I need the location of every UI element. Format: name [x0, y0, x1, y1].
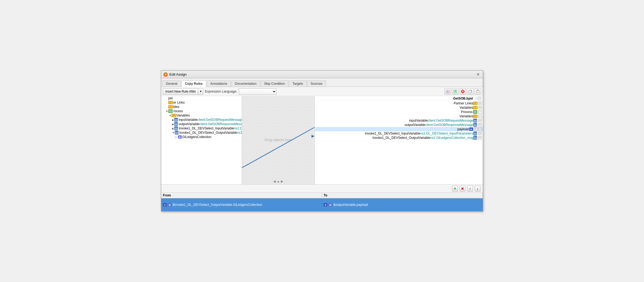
right-panel-file: GetSOB.bpel — [453, 97, 473, 100]
right-tree-invoke-output[interactable]: Invoke1_DL_DEVSelect_OutputVariable ns1:… — [315, 136, 483, 140]
expand-gl-ledgers[interactable]: ± — [175, 136, 178, 139]
tree-item-invoke-input-type: ns1:DL_DEVSelect_inputParameters — [234, 126, 242, 130]
expand-variables[interactable]: ▼ — [169, 114, 172, 117]
expand-input-var[interactable]: ▶ — [172, 118, 174, 121]
tree-item-process-label: rocess — [173, 109, 183, 113]
tab-general[interactable]: General — [162, 80, 181, 87]
tree-item-variables[interactable]: ▼ Variables — [161, 113, 242, 118]
svg-text:+: + — [454, 90, 456, 93]
tab-sources[interactable]: Sources — [307, 80, 326, 87]
output-var-icon: {x} — [174, 122, 178, 126]
nav-up-icon[interactable]: ▲ — [277, 179, 280, 183]
right-output-var-icon: {x} — [473, 123, 477, 127]
tree-item-partner-links[interactable]: er Links — [161, 100, 242, 105]
invoke-input-icon: {x} — [174, 126, 178, 130]
expand-output-var[interactable]: ▶ — [172, 123, 174, 126]
right-variables-expand[interactable]: + — [478, 106, 482, 109]
mapping-to-cell[interactable]: ■ ▦ $outputVariable.payload — [322, 202, 483, 207]
tabs-bar: General Copy Rules Annotations Documenta… — [161, 78, 483, 87]
move-down-button[interactable]: ↓ — [475, 186, 481, 192]
right-input-var-expand[interactable]: + — [478, 119, 482, 122]
right-invoke-input-expand[interactable]: + — [478, 132, 482, 135]
tree-item-variables-top-label: bles — [173, 105, 179, 109]
right-tree-output-var[interactable]: outputVariable client:GetSOBResponseMess… — [315, 123, 483, 127]
copy-rule-button[interactable] — [467, 88, 474, 95]
expand-invoke-input[interactable]: ▶ — [172, 127, 174, 130]
right-partner-links-expand[interactable]: + — [478, 102, 482, 105]
nav-right-icon[interactable]: ▶ — [281, 179, 283, 183]
delete-mapping-button[interactable]: ✖ — [460, 186, 466, 192]
tree-item-input-var[interactable]: ▶ {x} inputVariable client:GetSOBRequest… — [161, 118, 242, 122]
right-tree-input-var[interactable]: inputVariable client:GetSOBRequestMessag… — [315, 118, 483, 123]
nav-left-icon[interactable]: ◀ — [273, 179, 276, 183]
right-invoke-output-expand[interactable]: + — [478, 136, 482, 139]
calc-icon-button[interactable]: fx — [444, 88, 451, 95]
close-button[interactable]: ✕ — [475, 72, 481, 77]
tree-item-variables-label: Variables — [177, 114, 190, 117]
center-panel: Drag objects here ◀ ▶ ◀ ▲ ▶ — [242, 96, 315, 184]
expand-process[interactable]: ▼ — [166, 110, 168, 113]
tab-annotations[interactable]: Annotations — [207, 80, 231, 87]
add-rule-button[interactable]: + — [452, 88, 458, 95]
tree-item-invoke-input-label: Invoke1_DL_DEVSelect_InputVariable — [179, 126, 234, 130]
right-variables-folder-label: Variables — [460, 114, 473, 118]
mapping-to-value: $outputVariable.payload — [333, 203, 368, 207]
tree-item-output-var-label: outputVariable — [179, 122, 200, 126]
title-bar: ⊕ Edit Assign ✕ — [161, 71, 483, 78]
tree-item-partner-links-label: er Links — [173, 101, 185, 104]
tree-item-pel[interactable]: pel — [161, 96, 242, 100]
tab-copy-rules[interactable]: Copy Rules — [181, 80, 206, 87]
center-bg — [242, 96, 314, 184]
delete-icon: ✖ — [461, 186, 464, 191]
tab-skip-condition[interactable]: Skip Condition — [261, 80, 288, 87]
right-variables-folder-expand[interactable]: − — [478, 115, 482, 118]
tree-item-input-var-type: client:GetSOBRequestMessage — [197, 118, 242, 122]
mapping-from-cell[interactable]: ■ ▦ $Invoke1_DL_DEVSelect_OutputVariable… — [161, 202, 322, 207]
mapping-header: From To — [161, 193, 483, 198]
toolbar: Insert New Rule After ▼ Expression Langu… — [161, 87, 483, 96]
delete-rule-button[interactable]: ✕ — [460, 88, 466, 95]
insert-rule-button[interactable]: Insert New Rule After ▼ — [163, 88, 203, 95]
expand-invoke-output[interactable]: ▼ — [172, 131, 175, 134]
right-process-expand[interactable]: − — [478, 110, 482, 114]
right-invoke-output-icon: {x} — [473, 136, 477, 140]
right-tree-process[interactable]: Process P − — [315, 110, 483, 114]
right-output-var-expand[interactable]: + — [478, 123, 482, 126]
right-payload-expand[interactable]: + — [474, 128, 477, 131]
insert-button-label[interactable]: Insert New Rule After — [163, 90, 198, 93]
mapping-row[interactable]: ■ ▦ $Invoke1_DL_DEVSelect_OutputVariable… — [161, 198, 483, 211]
gl-ledgers-icon: ■ — [178, 135, 182, 139]
right-tree-invoke-input[interactable]: Invoke1_DL_DEVSelect_InputVariable ns1:D… — [315, 131, 483, 136]
tree-item-gl-ledgers[interactable]: ± ■ GlLedgersCollection — [161, 135, 242, 139]
move-up-button[interactable]: ↑ — [467, 186, 473, 192]
right-tree-partner-links[interactable]: Partner Links + — [315, 101, 483, 105]
expr-language-select[interactable] — [239, 88, 276, 95]
right-tree-variables[interactable]: Variables + — [315, 105, 483, 110]
insert-dropdown-arrow[interactable]: ▼ — [198, 89, 203, 94]
tab-targets[interactable]: Targets — [289, 80, 306, 87]
right-invoke-input-label: Invoke1_DL_DEVSelect_InputVariable — [365, 132, 420, 135]
tree-item-invoke-output[interactable]: ▼ {x} Invoke1_DL_DEVSelect_OutputVariabl… — [161, 131, 242, 135]
paste-rule-button[interactable] — [475, 88, 481, 95]
tree-item-invoke-input[interactable]: ▶ {x} Invoke1_DL_DEVSelect_InputVariable… — [161, 126, 242, 131]
svg-rect-9 — [477, 90, 479, 91]
expr-language-label: Expression Language: — [205, 90, 237, 93]
from-column-header: From — [161, 193, 322, 198]
right-payload-add[interactable]: + — [478, 128, 482, 131]
right-tree-payload[interactable]: payload ■ + + — [315, 127, 483, 131]
right-payload-label: payload — [457, 127, 469, 131]
center-bottom-nav: ◀ ▲ ▶ — [273, 179, 284, 183]
from-cell-icon1: ■ — [163, 203, 167, 206]
tree-item-variables-top[interactable]: bles — [161, 105, 242, 109]
add-mapping-button[interactable]: + — [452, 186, 458, 192]
tree-item-output-var[interactable]: ▶ {x} outputVariable client:GetSOBRespon… — [161, 122, 242, 126]
bpel-expand-btn[interactable]: − — [478, 97, 481, 100]
bottom-controls-bar: + ✖ ↑ ↓ — [161, 184, 483, 192]
to-cell-icon1: ■ — [324, 203, 327, 206]
folder-partner-links-icon — [168, 101, 173, 104]
tree-item-process[interactable]: ▼ P rocess — [161, 109, 242, 113]
right-tree-variables-folder[interactable]: Variables − — [315, 114, 483, 118]
tab-documentation[interactable]: Documentation — [231, 80, 260, 87]
right-process-icon: P — [473, 110, 477, 114]
right-invoke-input-type: ns1:DL_DEVSelect_inputParameters — [420, 132, 473, 135]
